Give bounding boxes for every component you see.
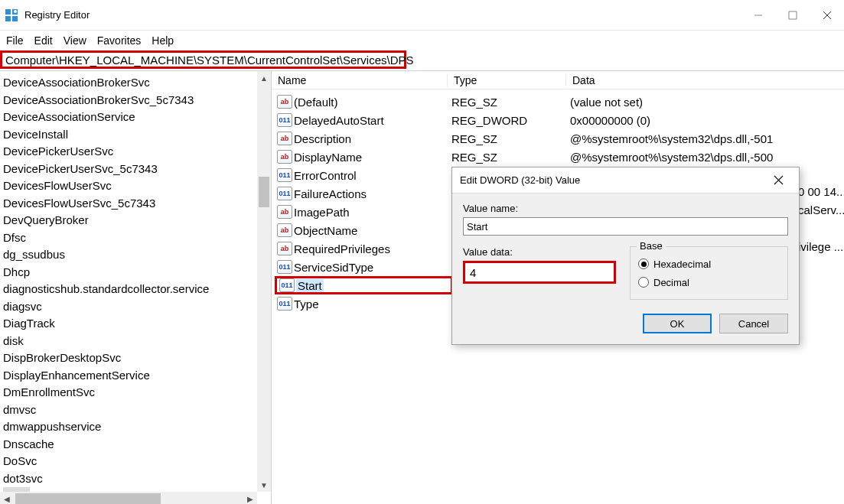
values-columns-header: Name Type Data [272, 71, 844, 89]
tree-item[interactable]: diagsvc [3, 298, 271, 316]
value-name: (Default) [294, 96, 447, 109]
tree-item[interactable]: dmvsc [3, 402, 271, 419]
tree-item[interactable]: dmwappushservice [3, 418, 271, 436]
ok-button-label: OK [670, 318, 685, 330]
tree-item[interactable]: disk [3, 333, 271, 350]
radio-hex-label: Hexadecimal [653, 259, 711, 270]
tree-item[interactable]: DevQueryBroker [3, 212, 271, 229]
scroll-up-button[interactable]: ▲ [257, 71, 271, 85]
maximize-button[interactable] [775, 3, 810, 28]
value-name: Description [294, 132, 447, 145]
svg-rect-2 [5, 16, 11, 21]
binary-value-icon: 011 [277, 297, 292, 311]
window-titlebar: Registry Editor [0, 0, 844, 31]
value-row[interactable]: abDescriptionREG_SZ@%systemroot%\system3… [272, 129, 844, 148]
menu-favorites[interactable]: Favorites [97, 34, 142, 47]
tree-item[interactable]: DispBrokerDesktopSvc [3, 350, 271, 367]
tree-item[interactable]: DoSvc [3, 453, 271, 470]
regedit-icon [5, 8, 18, 22]
binary-value-icon: 011 [279, 278, 295, 292]
tree-item[interactable]: DeviceAssociationService [3, 109, 271, 126]
tree-item[interactable]: Dnscache [3, 436, 271, 454]
tree-item[interactable]: DmEnrollmentSvc [3, 384, 271, 402]
tree-item[interactable]: DevicePickerUserSvc_5c7343 [3, 161, 271, 178]
menu-view[interactable]: View [64, 34, 86, 47]
base-group: Base Hexadecimal Decimal [630, 246, 788, 300]
value-data: 0x00000000 (0) [565, 114, 844, 127]
value-type: REG_SZ [447, 132, 565, 145]
edit-dword-dialog: Edit DWORD (32-bit) Value Value name: St… [451, 167, 800, 345]
value-data-input[interactable]: 4 [463, 261, 616, 284]
string-value-icon: ab [277, 95, 292, 109]
scroll-left-button[interactable]: ◀ [0, 492, 14, 504]
menu-help[interactable]: Help [152, 34, 174, 47]
value-name: DisplayName [294, 151, 447, 164]
overflow-text: 0 00 14... [798, 185, 844, 198]
menu-edit[interactable]: Edit [34, 34, 53, 47]
column-header-type[interactable]: Type [448, 74, 566, 86]
tree-item[interactable]: DeviceInstall [3, 126, 271, 144]
value-name: Type [294, 298, 447, 311]
value-data-label: Value data: [463, 246, 616, 258]
dialog-close-button[interactable] [765, 170, 791, 191]
tree-item[interactable]: Dhcp [3, 264, 271, 281]
scroll-right-button[interactable]: ▶ [243, 492, 257, 504]
tree-item[interactable]: dot3svc [3, 470, 271, 488]
scroll-thumb-horizontal[interactable] [15, 493, 161, 504]
menu-file[interactable]: File [6, 34, 24, 47]
radio-dec-label: Decimal [653, 277, 689, 288]
scroll-thumb-vertical[interactable] [259, 177, 269, 207]
tree-item[interactable]: DevicesFlowUserSvc_5c7343 [3, 195, 271, 213]
svg-rect-0 [5, 9, 11, 15]
address-text: Computer\HKEY_LOCAL_MACHINE\SYSTEM\Curre… [5, 54, 414, 67]
tree-item[interactable]: DeviceAssociationBrokerSvc [3, 74, 271, 92]
string-value-icon: ab [277, 223, 292, 237]
value-data-text: 4 [470, 266, 476, 279]
address-bar[interactable]: Computer\HKEY_LOCAL_MACHINE\SYSTEM\Curre… [0, 50, 406, 69]
tree-item[interactable]: DiagTrack [3, 315, 271, 333]
tree-item[interactable]: DevicesFlowUserSvc [3, 177, 271, 195]
radio-hexadecimal[interactable]: Hexadecimal [638, 255, 780, 273]
cancel-button-label: Cancel [738, 318, 769, 330]
scroll-down-button[interactable]: ▼ [257, 478, 271, 492]
column-header-data[interactable]: Data [566, 74, 844, 86]
radio-decimal[interactable]: Decimal [638, 273, 780, 291]
string-value-icon: ab [277, 150, 292, 164]
svg-rect-6 [789, 11, 797, 19]
value-data: (value not set) [565, 96, 844, 109]
tree-item[interactable]: DevicePickerUserSvc [3, 143, 271, 161]
string-value-icon: ab [277, 205, 292, 219]
tree-vertical-scrollbar[interactable]: ▲ ▼ [257, 71, 271, 492]
tree-item[interactable]: DeviceAssociationBrokerSvc_5c7343 [3, 92, 271, 109]
svg-rect-3 [12, 16, 18, 21]
value-row[interactable]: abDisplayNameREG_SZ@%systemroot%\system3… [272, 148, 844, 166]
value-name: Start [296, 279, 324, 292]
menubar: File Edit View Favorites Help [0, 31, 844, 50]
tree-item[interactable]: DisplayEnhancementService [3, 367, 271, 385]
value-name: ObjectName [294, 224, 447, 237]
dialog-title-text: Edit DWORD (32-bit) Value [460, 174, 580, 186]
dialog-titlebar: Edit DWORD (32-bit) Value [452, 167, 799, 193]
value-name: RequiredPrivileges [294, 242, 447, 255]
value-name-text: Start [467, 221, 487, 232]
close-button[interactable] [810, 3, 844, 28]
value-name: ImagePath [294, 206, 447, 219]
tree-item[interactable]: Dfsc [3, 229, 271, 247]
minimize-button[interactable] [741, 3, 775, 28]
value-row[interactable]: ab(Default)REG_SZ(value not set) [272, 93, 844, 111]
tree-horizontal-scrollbar[interactable]: ◀ ▶ [0, 492, 257, 504]
value-name: DelayedAutoStart [294, 114, 447, 127]
value-name-field[interactable]: Start [463, 217, 788, 236]
overflow-text: ivilege ... [798, 240, 843, 253]
value-row[interactable]: 011DelayedAutoStartREG_DWORD0x00000000 (… [272, 111, 844, 129]
tree-item[interactable]: diagnosticshub.standardcollector.service [3, 281, 271, 298]
tree-item[interactable]: dg_ssudbus [3, 246, 271, 264]
cancel-button[interactable]: Cancel [719, 314, 788, 333]
ok-button[interactable]: OK [643, 314, 712, 333]
window-title: Registry Editor [24, 9, 90, 21]
column-header-name[interactable]: Name [272, 74, 448, 86]
binary-value-icon: 011 [277, 168, 292, 182]
value-name-label: Value name: [463, 203, 788, 214]
value-type: REG_SZ [447, 151, 565, 164]
value-name: FailureActions [294, 187, 447, 200]
